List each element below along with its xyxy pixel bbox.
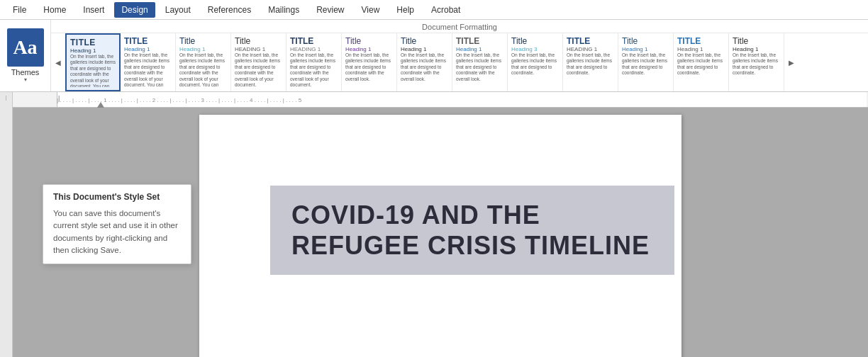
ss10-heading: HEADING 1	[567, 46, 614, 52]
menu-mailings[interactable]: Mailings	[261, 2, 306, 18]
ss4-title: Title	[235, 36, 282, 46]
style-set-6[interactable]: Title Heading 1 On the Insert tab, the g…	[342, 33, 397, 91]
ss9-title: Title	[511, 36, 559, 46]
menu-insert[interactable]: Insert	[76, 2, 111, 18]
ss12-body: On the Insert tab, the galleries include…	[677, 52, 725, 76]
ss11-heading: Heading 1	[622, 46, 669, 52]
ss10-body: On the Insert tab, the galleries include…	[567, 52, 614, 76]
ss10-title: TITLE	[567, 36, 614, 46]
style-set-9[interactable]: Title Heading 3 On the Insert tab, the g…	[508, 33, 563, 91]
ss4-body: On the Insert tab, the galleries include…	[235, 52, 282, 89]
ss4-heading: HEADING 1	[235, 46, 282, 52]
scroll-left-arrow[interactable]: ◀	[51, 33, 65, 91]
style-set-7[interactable]: Title Heading 1 On the Insert tab, the g…	[397, 33, 452, 91]
ss7-body: On the Insert tab, the galleries include…	[401, 52, 448, 82]
document-formatting-section: Document Formatting ◀ TITLE Heading 1 On…	[51, 20, 868, 91]
ss11-body: On the Insert tab, the galleries include…	[622, 52, 669, 76]
ss3-body: On the Insert tab, the galleries include…	[179, 52, 227, 89]
menu-review[interactable]: Review	[309, 2, 351, 18]
horizontal-ruler: | | . . . . | . . . . | . . . . 1 . . . …	[13, 92, 868, 108]
menu-references[interactable]: References	[201, 2, 258, 18]
style-sets-row: ◀ TITLE Heading 1 On the Insert tab, the…	[51, 33, 868, 91]
ss6-heading: Heading 1	[345, 46, 393, 52]
ribbon: Aa Themes ▾ Document Formatting ◀ TITLE …	[0, 20, 868, 92]
menu-design[interactable]: Design	[114, 2, 155, 18]
ruler-content: | | . . . . | . . . . | . . . . 1 . . . …	[14, 92, 867, 107]
style-set-4[interactable]: Title HEADING 1 On the Insert tab, the g…	[231, 33, 286, 91]
menu-home[interactable]: Home	[36, 2, 73, 18]
style-set-3[interactable]: Title Heading 1 On the Insert tab, the g…	[176, 33, 231, 91]
ss12-title: TITLE	[677, 36, 725, 46]
ss3-title: Title	[179, 36, 227, 46]
document-title-block: COVID-19 AND THE REFUGEE CRISIS TIMELINE	[270, 186, 674, 275]
style-set-8[interactable]: TITLE Heading 1 On the Insert tab, the g…	[452, 33, 508, 91]
document-page: COVID-19 AND THE REFUGEE CRISIS TIMELINE	[199, 115, 681, 357]
ss5-heading: HEADING 1	[290, 46, 338, 52]
ss8-heading: Heading 1	[456, 46, 503, 52]
ss9-body: On the Insert tab, the galleries include…	[511, 52, 559, 76]
ss1-body: On the Insert tab, the galleries include…	[70, 54, 116, 87]
ss1-title: TITLE	[70, 38, 116, 47]
style-set-2[interactable]: TITLE Heading 1 On the Insert tab, the g…	[121, 33, 176, 91]
svg-marker-1	[97, 102, 104, 108]
ss13-body: On the Insert tab, the galleries include…	[733, 52, 780, 76]
menu-bar: File Home Insert Design Layout Reference…	[0, 0, 868, 20]
style-set-1[interactable]: TITLE Heading 1 On the Insert tab, the g…	[65, 33, 121, 91]
style-set-13[interactable]: Title Heading 1 On the Insert tab, the g…	[729, 33, 784, 91]
ruler-indent-marker	[96, 92, 106, 108]
style-set-5[interactable]: TITLE HEADING 1 On the Insert tab, the g…	[286, 33, 342, 91]
ss6-body: On the Insert tab, the galleries include…	[345, 52, 393, 82]
themes-icon: Aa	[7, 28, 44, 67]
ss11-title: Title	[622, 36, 669, 46]
left-ruler: |	[0, 92, 13, 357]
themes-dropdown-icon: ▾	[24, 76, 27, 83]
ss3-heading: Heading 1	[179, 46, 227, 52]
ss13-title: Title	[733, 36, 780, 46]
ss5-title: TITLE	[290, 36, 338, 46]
ss9-heading: Heading 3	[511, 46, 559, 52]
ss13-heading: Heading 1	[733, 46, 780, 52]
document-title-line2: REFUGEE CRISIS TIMELINE	[291, 230, 653, 261]
ss6-title: Title	[345, 36, 393, 46]
ss8-body: On the Insert tab, the galleries include…	[456, 52, 503, 82]
ss7-title: Title	[401, 36, 448, 46]
scroll-right-arrow[interactable]: ▶	[784, 33, 799, 91]
menu-acrobat[interactable]: Acrobat	[424, 2, 467, 18]
tooltip-title: This Document's Style Set	[53, 192, 181, 202]
menu-layout[interactable]: Layout	[158, 2, 198, 18]
ss7-heading: Heading 1	[401, 46, 448, 52]
style-set-10[interactable]: TITLE HEADING 1 On the Insert tab, the g…	[563, 33, 618, 91]
ss5-body: On the Insert tab, the galleries include…	[290, 52, 338, 89]
doc-formatting-label: Document Formatting	[51, 20, 868, 33]
menu-file[interactable]: File	[6, 2, 33, 18]
ruler-svg: | . . . . | . . . . | . . . . 1 . . . . …	[53, 92, 868, 108]
style-set-11[interactable]: Title Heading 1 On the Insert tab, the g…	[618, 33, 674, 91]
ss12-heading: Heading 1	[677, 46, 725, 52]
themes-label: Themes	[11, 68, 40, 76]
menu-view[interactable]: View	[355, 2, 387, 18]
tooltip-body: You can save this document's current sty…	[53, 208, 181, 256]
themes-button[interactable]: Aa Themes ▾	[0, 20, 51, 91]
ss2-body: On the Insert tab, the galleries include…	[124, 52, 172, 89]
document-title-line1: COVID-19 AND THE	[291, 200, 653, 230]
menu-help[interactable]: Help	[389, 2, 421, 18]
style-set-12[interactable]: TITLE Heading 1 On the Insert tab, the g…	[674, 33, 729, 91]
ss2-heading: Heading 1	[124, 46, 172, 52]
ruler-top-marker: |	[0, 95, 12, 100]
ss2-title: TITLE	[124, 36, 172, 46]
ss1-heading: Heading 1	[70, 47, 116, 54]
svg-text:| . . . . | . . . . | . . . . : | . . . . | . . . . | . . . . 1 . . . . …	[57, 97, 302, 103]
ss8-title: TITLE	[456, 36, 503, 46]
tooltip: This Document's Style Set You can save t…	[43, 184, 191, 264]
